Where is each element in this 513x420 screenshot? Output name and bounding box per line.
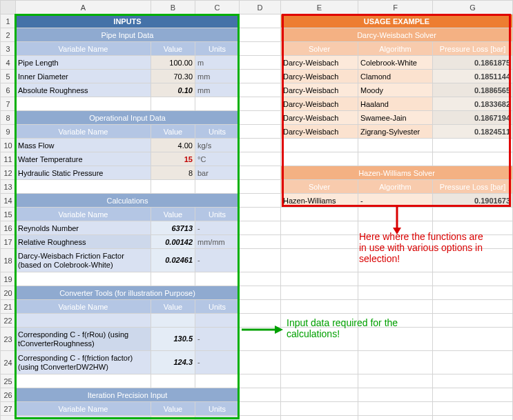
cell-B15[interactable]: Value [151, 208, 195, 221]
cell-G22[interactable] [433, 314, 513, 328]
cell-E4[interactable]: Darcy-Weisbach [281, 56, 358, 70]
cell-F10[interactable] [358, 139, 433, 152]
cell-A10[interactable]: Mass Flow [16, 139, 151, 152]
cell-F5[interactable]: Clamond [358, 70, 433, 83]
cell-F21[interactable] [358, 300, 433, 314]
cell-D23[interactable] [240, 328, 281, 351]
cell-E15[interactable] [281, 208, 358, 221]
cell-A25[interactable] [16, 374, 151, 388]
cell-D7[interactable] [240, 97, 281, 111]
cell-E24[interactable] [281, 351, 358, 374]
cell-E5[interactable]: Darcy-Weisbach [281, 70, 358, 83]
cell-B17[interactable]: 0.00142 [151, 235, 195, 249]
row-23[interactable]: 23Corresponding C - f(rRou) (using tConv… [1, 328, 513, 351]
cell-D19[interactable] [240, 272, 281, 286]
cell-F27[interactable] [358, 402, 433, 416]
cell-G15[interactable] [433, 208, 513, 221]
cell-F11[interactable] [358, 152, 433, 166]
cell-F19[interactable] [358, 272, 433, 286]
row-4[interactable]: 4Pipe Length100.00mDarcy-WeisbachColebro… [1, 56, 513, 70]
row-header-21[interactable]: 21 [1, 300, 16, 314]
row-header-24[interactable]: 24 [1, 351, 16, 374]
cell-B25[interactable] [151, 374, 195, 388]
cell-E10[interactable] [281, 139, 358, 152]
cell-C12[interactable]: bar [195, 166, 240, 180]
cell-E26[interactable] [281, 388, 358, 402]
row-header-4[interactable]: 4 [1, 56, 16, 70]
cell-C5[interactable]: mm [195, 70, 240, 83]
cell-G20[interactable] [433, 286, 513, 300]
cell-C4[interactable]: m [195, 56, 240, 70]
cell-G16[interactable] [433, 221, 513, 235]
col-E[interactable]: E [281, 1, 358, 14]
cell-C24[interactable]: - [195, 351, 240, 374]
row-header-9[interactable]: 9 [1, 125, 16, 139]
cell-E16[interactable] [281, 221, 358, 235]
cell-C3[interactable]: Units [195, 42, 240, 56]
cell-B6[interactable]: 0.10 [151, 83, 195, 97]
row-5[interactable]: 5Inner Diameter70.30mmDarcy-WeisbachClam… [1, 70, 513, 83]
cell-C18[interactable]: - [195, 249, 240, 272]
row-19[interactable]: 19 [1, 272, 513, 286]
cell-A9[interactable]: Variable Name [16, 125, 151, 139]
row-13[interactable]: 13SolverAlgorithmPressure Loss [bar] [1, 180, 513, 194]
cell-D24[interactable] [240, 351, 281, 374]
row-10[interactable]: 10Mass Flow4.00kg/s [1, 139, 513, 152]
cell-D13[interactable] [240, 180, 281, 194]
cell-F14[interactable]: - [358, 194, 433, 208]
cell-A18[interactable]: Darcy-Weisbach Friction Factor (based on… [16, 249, 151, 272]
cell-A22[interactable] [16, 314, 151, 328]
cell-E11[interactable] [281, 152, 358, 166]
cell-C27[interactable]: Units [195, 402, 240, 416]
row-8[interactable]: 8Operational Input DataDarcy-WeisbachSwa… [1, 111, 513, 125]
cell-C13[interactable] [195, 180, 240, 194]
cell-F25[interactable] [358, 374, 433, 388]
row-header-12[interactable]: 12 [1, 166, 16, 180]
cell-C17[interactable]: mm/mm [195, 235, 240, 249]
row-2[interactable]: 2Pipe Input DataDarcy-Weisbach Solver [1, 28, 513, 42]
cell-A4[interactable]: Pipe Length [16, 56, 151, 70]
row-24[interactable]: 24Corresponding C - f(friction factor) (… [1, 351, 513, 374]
cell-G24[interactable] [433, 351, 513, 374]
cell-G7[interactable]: 0.1833682 [433, 97, 513, 111]
cell-D8[interactable] [240, 111, 281, 125]
select-all[interactable] [1, 1, 16, 14]
row-21[interactable]: 21Variable NameValueUnits [1, 300, 513, 314]
cell-C21[interactable]: Units [195, 300, 240, 314]
cell-D17[interactable] [240, 235, 281, 249]
cell-A1[interactable]: INPUTS [16, 14, 240, 28]
cell-D20[interactable] [240, 286, 281, 300]
row-27[interactable]: 27Variable NameValueUnits [1, 402, 513, 416]
row-6[interactable]: 6Absolute Roughness0.10mmDarcy-WeisbachM… [1, 83, 513, 97]
cell-E2[interactable]: Darcy-Weisbach Solver [281, 28, 513, 42]
cell-E21[interactable] [281, 300, 358, 314]
cell-D2[interactable] [240, 28, 281, 42]
cell-C6[interactable]: mm [195, 83, 240, 97]
cell-A5[interactable]: Inner Diameter [16, 70, 151, 83]
cell-F13[interactable]: Algorithm [358, 180, 433, 194]
cell-E6[interactable]: Darcy-Weisbach [281, 83, 358, 97]
cell-G26[interactable] [433, 388, 513, 402]
cell-D4[interactable] [240, 56, 281, 70]
row-header-14[interactable]: 14 [1, 194, 16, 208]
cell-C16[interactable]: - [195, 221, 240, 235]
cell-D10[interactable] [240, 139, 281, 152]
row-header-7[interactable]: 7 [1, 97, 16, 111]
cell-C15[interactable]: Units [195, 208, 240, 221]
row-header-6[interactable]: 6 [1, 83, 16, 97]
cell-E25[interactable] [281, 374, 358, 388]
row-header-3[interactable]: 3 [1, 42, 16, 56]
cell-G5[interactable]: 0.1851144 [433, 70, 513, 83]
cell-F3[interactable]: Algorithm [358, 42, 433, 56]
cell-F4[interactable]: Colebrook-White [358, 56, 433, 70]
cell-E20[interactable] [281, 286, 358, 300]
cell-A15[interactable]: Variable Name [16, 208, 151, 221]
row-7[interactable]: 7Darcy-WeisbachHaaland0.1833682 [1, 97, 513, 111]
col-B[interactable]: B [151, 1, 195, 14]
row-1[interactable]: 1INPUTSUSAGE EXAMPLE [1, 14, 513, 28]
cell-E1[interactable]: USAGE EXAMPLE [281, 14, 513, 28]
cell-C22[interactable] [195, 314, 240, 328]
cell-D28[interactable] [240, 416, 281, 421]
cell-A19[interactable] [16, 272, 151, 286]
row-28[interactable]: 28Iteration Tolerance0.00001- [1, 416, 513, 421]
